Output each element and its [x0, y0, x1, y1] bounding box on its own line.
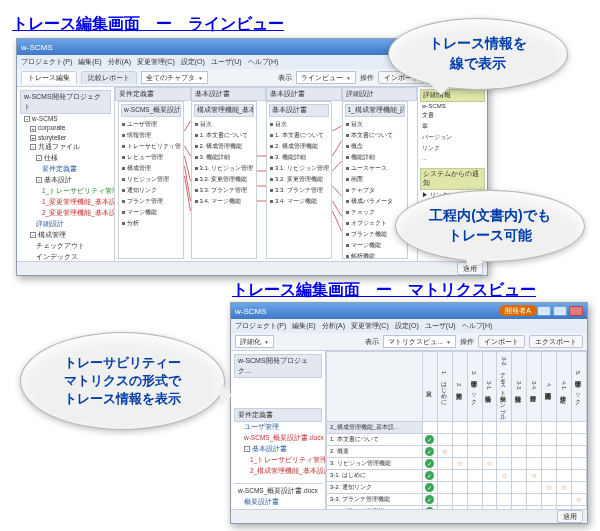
- chapter-item[interactable]: 目次: [194, 119, 254, 130]
- matrix-row-header[interactable]: 2. 概要: [327, 446, 423, 458]
- matrix-cell[interactable]: [437, 482, 452, 494]
- chapter-item[interactable]: チャプタ: [345, 185, 405, 196]
- tree-item[interactable]: 1_トレーサビリティ管理: [20, 186, 111, 197]
- collapse-icon[interactable]: [36, 177, 42, 183]
- menu-project[interactable]: プロジェクト(P): [21, 57, 72, 67]
- matrix-cell[interactable]: [557, 458, 572, 470]
- matrix-cell[interactable]: [512, 482, 527, 494]
- matrix-cell[interactable]: ○: [527, 470, 542, 482]
- chapter-item[interactable]: 目次: [345, 119, 405, 130]
- chapter-item[interactable]: 解析機能: [345, 251, 405, 259]
- tree-item[interactable]: w-SCMS: [20, 114, 111, 123]
- chapter-item[interactable]: マージ機能: [121, 207, 181, 218]
- matrix-cell[interactable]: ○: [557, 482, 572, 494]
- tab-trace-edit[interactable]: トレース編集: [21, 71, 77, 84]
- matrix-cell[interactable]: [482, 470, 497, 482]
- tree-item[interactable]: 詳細設計: [20, 219, 111, 230]
- matrix-cell[interactable]: [497, 434, 512, 446]
- matrix-cell[interactable]: [482, 434, 497, 446]
- chapter-item[interactable]: トレーサビリティ管理: [121, 141, 181, 152]
- tree-item[interactable]: チェックアウト: [20, 241, 111, 252]
- tab-compare-report[interactable]: 比較レポート: [81, 71, 137, 84]
- chapter-item[interactable]: 3. 機能詳細: [194, 152, 254, 163]
- tree-item[interactable]: 共通ファイル: [20, 142, 111, 153]
- matrix-cell[interactable]: [557, 434, 572, 446]
- matrix-cell[interactable]: [452, 482, 467, 494]
- matrix-row-header[interactable]: 3-3. ブランチ管理機能: [327, 494, 423, 506]
- matrix-cell[interactable]: [527, 434, 542, 446]
- expand-icon[interactable]: [30, 135, 36, 141]
- matrix-cell[interactable]: [437, 470, 452, 482]
- matrix-cell[interactable]: [452, 446, 467, 458]
- chapter-filter-dropdown[interactable]: 全てのチャプタ: [141, 71, 208, 84]
- matrix-cell[interactable]: [497, 446, 512, 458]
- matrix-cell[interactable]: [467, 446, 482, 458]
- matrix-row-header[interactable]: 3-2. 通知リンク: [327, 482, 423, 494]
- minimize-button[interactable]: [537, 306, 551, 316]
- collapse-icon[interactable]: [30, 144, 36, 150]
- matrix-cell[interactable]: [482, 446, 497, 458]
- tree-item[interactable]: 1_変更管理機能_基本設...: [20, 197, 111, 208]
- tree-item[interactable]: 仕様: [20, 153, 111, 164]
- chapter-item[interactable]: 3. 機能詳細: [269, 152, 329, 163]
- doc-title[interactable]: w-SCMS_概要設計書.docx: [121, 104, 181, 117]
- close-button[interactable]: [569, 306, 583, 316]
- chapter-item[interactable]: リビジョン管理: [121, 174, 181, 185]
- titlebar[interactable]: w-SCMS 開発者A: [231, 303, 587, 319]
- matrix-cell[interactable]: ○: [542, 482, 557, 494]
- chapter-item[interactable]: 3.4. マージ機能: [194, 196, 254, 207]
- matrix-col-header[interactable]: 4-1. 操作設定: [557, 352, 572, 422]
- matrix-row-header[interactable]: 3. リビジョン管理機能: [327, 458, 423, 470]
- matrix-cell[interactable]: [482, 494, 497, 506]
- menu-help[interactable]: ヘルプ(H): [462, 321, 493, 331]
- tree-item[interactable]: 1_トレーサビリティ管理機...: [234, 455, 322, 466]
- menu-help[interactable]: ヘルプ(H): [248, 57, 279, 67]
- matrix-cell[interactable]: [527, 422, 542, 434]
- chapter-item[interactable]: ブランチ管理: [121, 196, 181, 207]
- matrix-cell[interactable]: [512, 458, 527, 470]
- chapter-item[interactable]: 2. 構成管理機能: [194, 141, 254, 152]
- matrix-cell[interactable]: [482, 422, 497, 434]
- matrix-cell[interactable]: [497, 494, 512, 506]
- tree-item[interactable]: corporate: [20, 123, 111, 132]
- chapter-item[interactable]: 概念: [345, 141, 405, 152]
- chapter-item[interactable]: 3.4. マージ機能: [269, 196, 329, 207]
- matrix-cell[interactable]: [557, 446, 572, 458]
- matrix-cell[interactable]: [557, 422, 572, 434]
- matrix-cell[interactable]: ✓: [422, 446, 437, 458]
- matrix-cell[interactable]: ○: [437, 446, 452, 458]
- matrix-col-header[interactable]: 1. はじめに: [437, 352, 452, 422]
- matrix-cell[interactable]: [512, 470, 527, 482]
- chapter-item[interactable]: 1. 本文書について: [194, 130, 254, 141]
- matrix-cell[interactable]: [497, 458, 512, 470]
- chapter-item[interactable]: マージ機能: [345, 240, 405, 251]
- matrix-cell[interactable]: [542, 494, 557, 506]
- matrix-cell[interactable]: [452, 470, 467, 482]
- maximize-button[interactable]: [553, 306, 567, 316]
- menu-analyze[interactable]: 分析(A): [322, 321, 345, 331]
- expand-icon[interactable]: [30, 126, 36, 132]
- chapter-item[interactable]: 通知リンク: [121, 185, 181, 196]
- matrix-cell[interactable]: [437, 494, 452, 506]
- matrix-cell[interactable]: [571, 446, 586, 458]
- relation-type-dropdown[interactable]: 詳細化: [235, 335, 274, 348]
- menu-settings[interactable]: 設定(O): [395, 321, 419, 331]
- chapter-item[interactable]: 3.2. 変更管理機能: [269, 174, 329, 185]
- collapse-icon[interactable]: [36, 155, 42, 161]
- matrix-cell[interactable]: [571, 434, 586, 446]
- tree-item[interactable]: 基本設計書: [234, 444, 322, 455]
- matrix-cell[interactable]: [467, 494, 482, 506]
- matrix-cell[interactable]: [527, 482, 542, 494]
- matrix-cell[interactable]: [452, 494, 467, 506]
- tree-item[interactable]: w-SCMS_概要設計書.docx: [234, 433, 322, 444]
- matrix-row-header[interactable]: 1. 本文書について: [327, 434, 423, 446]
- doc-title[interactable]: 構成管理機能_基本設計書.docx: [194, 104, 254, 117]
- apply-button[interactable]: 適用: [557, 510, 583, 523]
- matrix-row-header[interactable]: 3-1. はじめに: [327, 470, 423, 482]
- matrix-cell[interactable]: [422, 422, 437, 434]
- chapter-item[interactable]: 3.1. リビジョン管理: [269, 163, 329, 174]
- chapter-item[interactable]: 情報管理: [121, 130, 181, 141]
- import-button[interactable]: インポート: [478, 335, 525, 348]
- chapter-item[interactable]: 構成パラメータ: [345, 196, 405, 207]
- matrix-cell[interactable]: ○: [497, 470, 512, 482]
